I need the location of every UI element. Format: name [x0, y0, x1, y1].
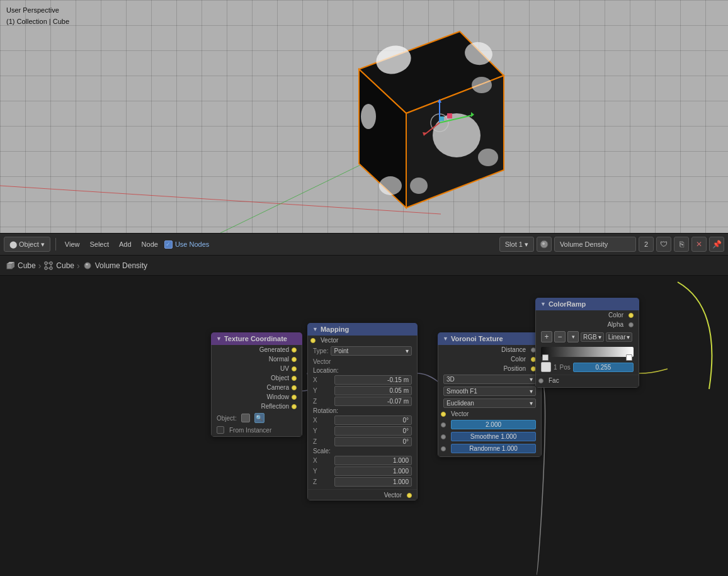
separator-1 [55, 238, 56, 251]
rot-z-row: Z 0° [308, 436, 417, 447]
colorramp-arrow-icon: ▼ [540, 301, 546, 307]
alpha-output: Alpha [536, 320, 639, 329]
chevron-down-icon-slot: ▾ [525, 240, 528, 249]
colorramp-body: Color Alpha + − ▾ RGB ▾ Linear [535, 310, 639, 388]
tex-coord-title: Texture Coordinate [224, 335, 287, 342]
loc-x-row: X -0.15 m [308, 375, 417, 385]
view-menu[interactable]: View [61, 237, 84, 252]
rot-x-row: X 0° [308, 415, 417, 426]
texture-coordinate-node[interactable]: ▼ Texture Coordinate Generated Normal UV… [211, 332, 302, 437]
viewport-info: User Perspective (1) Collection | Cube [6, 5, 69, 27]
rot-y-value[interactable]: 0° [334, 426, 412, 436]
distance-dropdown[interactable]: Euclidean ▾ [443, 398, 536, 408]
mapping-node[interactable]: ▼ Mapping Vector Type: Point ▾ Vector Lo… [307, 323, 418, 500]
toolbar: ⬤ Object ▾ View Select Add Node ✓ Use No… [0, 233, 728, 256]
colorramp-node[interactable]: ▼ ColorRamp Color Alpha + − ▾ RGB ▾ [535, 298, 639, 388]
copy-icon[interactable]: ⎘ [674, 237, 689, 252]
svg-line-18 [425, 123, 440, 134]
from-instancer-checkbox[interactable] [217, 426, 224, 434]
remove-stop-button[interactable]: − [554, 331, 566, 342]
svg-rect-24 [7, 264, 12, 269]
breadcrumb-item-2[interactable]: Cube [43, 261, 74, 271]
voronoi-header[interactable]: ▼ Voronoi Texture [438, 332, 542, 345]
smoothness-input-row: Smoothne 1.000 [438, 431, 541, 443]
output-object: Object [212, 373, 302, 383]
add-stop-button[interactable]: + [541, 331, 552, 342]
node-menu[interactable]: Node [138, 237, 162, 252]
breadcrumb-item-1[interactable]: Cube [5, 261, 36, 271]
colorramp-stop-white[interactable] [626, 354, 632, 361]
svg-line-16 [440, 115, 472, 123]
stop-menu-button[interactable]: ▾ [567, 331, 579, 342]
use-nodes-toggle[interactable]: ✓ Use Nodes [164, 240, 209, 249]
output-camera: Camera [212, 383, 302, 392]
vector-input-row: Vector [308, 336, 417, 345]
tex-coord-header[interactable]: ▼ Texture Coordinate [211, 332, 302, 345]
breadcrumb-sep-1: › [38, 261, 42, 271]
output-window: Window [212, 392, 302, 402]
color-swatch[interactable] [541, 362, 551, 372]
pin-icon[interactable]: 📌 [709, 237, 724, 252]
output-distance: Distance [438, 345, 541, 354]
3d-viewport[interactable]: User Perspective (1) Collection | Cube [0, 0, 728, 233]
breadcrumb-label-3: Volume Density [95, 261, 147, 270]
loc-x-value[interactable]: -0.15 m [334, 375, 412, 385]
loc-y-value[interactable]: 0.05 m [334, 386, 412, 395]
shield-icon[interactable]: 🛡 [656, 237, 671, 252]
pos-value-field[interactable]: 0.255 [573, 363, 634, 372]
mapping-header[interactable]: ▼ Mapping [307, 323, 418, 336]
sphere-preview-icon[interactable] [537, 237, 552, 252]
interpolation-dropdown[interactable]: Linear ▾ [606, 332, 633, 342]
type-dropdown[interactable]: Point ▾ [331, 346, 412, 356]
colorramp-gradient-bar[interactable] [541, 347, 634, 357]
svg-point-28 [50, 262, 52, 264]
object-selector[interactable] [241, 414, 250, 422]
slot-selector[interactable]: Slot 1 ▾ [499, 237, 534, 252]
voronoi-texture-node[interactable]: ▼ Voronoi Texture Distance Color Positio… [438, 332, 542, 457]
scale-z-value[interactable]: 1.000 [334, 477, 412, 487]
scale-label: Scale: [308, 447, 417, 455]
material-name-field[interactable] [554, 237, 636, 252]
eyedropper-button[interactable]: 🔍 [254, 413, 264, 423]
breadcrumb-item-3[interactable]: Volume Density [82, 261, 147, 271]
loc-z-value[interactable]: -0.07 m [334, 397, 412, 406]
socket-fac-in [538, 378, 543, 383]
scale-x-value[interactable]: 1.000 [334, 456, 412, 465]
socket-alpha-out [628, 322, 634, 327]
socket-reflection [292, 404, 297, 409]
node-editor[interactable]: ▼ Texture Coordinate Generated Normal UV… [0, 276, 728, 576]
scale-value-bar[interactable]: 2.000 [451, 420, 536, 429]
location-section: Vector [308, 357, 417, 366]
socket-smoothness [441, 434, 446, 439]
svg-point-23 [542, 242, 545, 245]
dimension-dropdown[interactable]: 3D ▾ [443, 375, 536, 384]
svg-point-7 [472, 77, 492, 93]
randomness-value-bar[interactable]: Randomne 1.000 [451, 444, 536, 453]
feature-dropdown[interactable]: Smooth F1 ▾ [443, 387, 536, 396]
select-menu[interactable]: Select [86, 237, 113, 252]
socket-normal [292, 357, 297, 362]
transform-gizmo[interactable] [416, 98, 479, 148]
svg-point-8 [361, 104, 376, 129]
mode-selector[interactable]: ⬤ Object ▾ [4, 237, 50, 252]
smoothness-value-bar[interactable]: Smoothne 1.000 [451, 432, 536, 441]
add-menu[interactable]: Add [115, 237, 135, 252]
loc-z-row: Z -0.07 m [308, 396, 417, 407]
vector-output-row: Vector [308, 489, 417, 500]
rgb-dropdown[interactable]: RGB ▾ [581, 332, 604, 342]
colorramp-header[interactable]: ▼ ColorRamp [535, 298, 639, 310]
dimension-row: 3D ▾ [438, 373, 541, 385]
viewport-perspective: User Perspective [6, 5, 69, 16]
colorramp-stop-black[interactable] [542, 354, 549, 361]
material-icon [82, 261, 93, 271]
use-nodes-checkbox[interactable]: ✓ [164, 240, 173, 249]
cube-icon-1 [5, 261, 15, 271]
mapping-arrow-icon: ▼ [312, 326, 318, 332]
delete-material-button[interactable]: ✕ [691, 237, 707, 252]
svg-marker-19 [423, 132, 427, 136]
svg-point-9 [379, 176, 402, 195]
rot-z-value[interactable]: 0° [334, 437, 412, 446]
rot-x-value[interactable]: 0° [334, 415, 412, 425]
mapping-body: Vector Type: Point ▾ Vector Location: X … [307, 336, 418, 500]
scale-y-value[interactable]: 1.000 [334, 466, 412, 476]
